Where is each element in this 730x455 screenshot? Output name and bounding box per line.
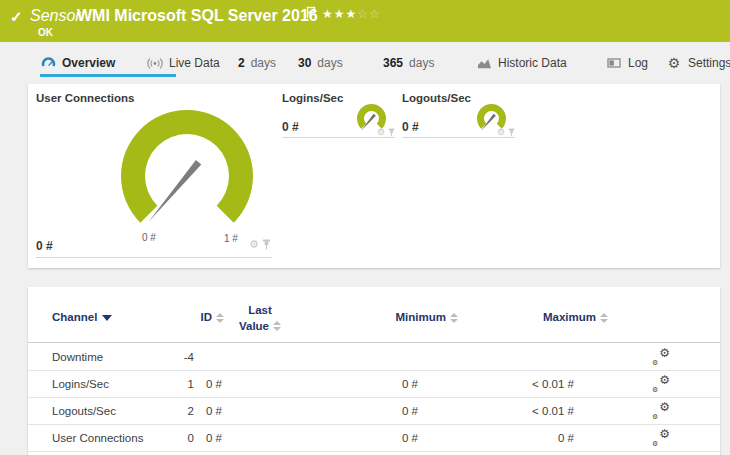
prtg-sensor-page: ✓ Sensor WMI Microsoft SQL Server 2016 ★… <box>0 0 730 455</box>
settings-gear-icon: ⚙ <box>666 55 682 71</box>
tab-live-data-label: Live Data <box>169 56 220 70</box>
tab-settings[interactable]: ⚙ Settings <box>666 42 730 84</box>
cell-divider <box>402 137 515 138</box>
channel-id: -4 <box>170 351 194 363</box>
table-row-downtime[interactable]: Downtime -4 ⚙⚙ <box>28 344 720 371</box>
stars-empty: ☆☆ <box>357 7 381 21</box>
object-kind-label: Sensor <box>30 7 81 25</box>
channel-minimum: 0 # <box>222 405 418 417</box>
tab-30-days-label: days <box>317 56 342 70</box>
table-row-logouts[interactable]: Logouts/Sec 2 0 # 0 # < 0.01 # ⚙⚙ <box>28 398 720 425</box>
table-header-row: Channel ID LastValue Minimum Maximum <box>28 287 720 343</box>
channel-name: User Connections <box>28 432 170 444</box>
tab-settings-label: Settings <box>688 56 730 70</box>
tab-2-days[interactable]: 2 days <box>238 42 276 84</box>
channel-name: Logins/Sec <box>28 378 170 390</box>
tab-live-data[interactable]: Live Data <box>147 42 220 84</box>
gauge-icon <box>40 55 56 71</box>
tab-overview-label: Overview <box>62 56 115 70</box>
column-header-channel[interactable]: Channel <box>52 311 112 323</box>
tab-2-days-number: 2 <box>238 56 245 70</box>
table-row-logins[interactable]: Logins/Sec 1 0 # 0 # < 0.01 # ⚙⚙ <box>28 371 720 398</box>
channel-id: 2 <box>170 405 194 417</box>
stars-filled: ★★★ <box>322 7 357 21</box>
channel-settings-gears-icon[interactable]: ⚙⚙ <box>652 403 670 419</box>
gauge-cell-actions[interactable]: ⚙ <box>497 128 515 137</box>
channel-settings-gears-icon[interactable]: ⚙⚙ <box>652 376 670 392</box>
live-data-icon <box>147 55 163 71</box>
gauges-panel: User Connections 0 # 1 # 0 # ⚙ Logins/Se… <box>28 84 720 268</box>
log-icon <box>606 55 622 71</box>
column-header-minimum[interactable]: Minimum <box>358 311 458 323</box>
tab-bar: Overview Live Data 2 days 30 days 365 da… <box>0 42 730 84</box>
column-header-id[interactable]: ID <box>178 311 224 323</box>
channel-last-value: 0 # <box>194 405 222 417</box>
status-ok-check-icon: ✓ <box>10 8 23 26</box>
gauge-max-label: 1 # <box>224 233 238 244</box>
tab-365-days-label: days <box>409 56 434 70</box>
tab-overview[interactable]: Overview <box>40 42 115 84</box>
gauge-title: Logouts/Sec <box>402 92 471 104</box>
column-header-last-value[interactable]: LastValue <box>228 303 292 334</box>
gauge-cell-actions[interactable]: ⚙ <box>377 128 395 137</box>
gauge-cell-actions[interactable]: ⚙ <box>249 239 271 250</box>
gauge-min-label: 0 # <box>142 232 156 243</box>
channels-table-panel: Channel ID LastValue Minimum Maximum Dow… <box>28 287 720 455</box>
channel-settings-gears-icon[interactable]: ⚙⚙ <box>652 349 670 365</box>
tab-historic-data-label: Historic Data <box>498 56 567 70</box>
cell-divider <box>36 257 272 258</box>
gauge-title: Logins/Sec <box>282 92 343 104</box>
gauge-title: User Connections <box>36 92 134 104</box>
area-chart-icon <box>476 55 492 71</box>
tab-log[interactable]: Log <box>606 42 648 84</box>
flag-icon[interactable] <box>306 5 317 23</box>
channel-minimum: 0 # <box>222 432 418 444</box>
channel-id: 1 <box>170 378 194 390</box>
gear-icon[interactable]: ⚙ <box>249 239 259 250</box>
sort-icon <box>600 313 608 323</box>
priority-stars[interactable]: ★★★☆☆ <box>322 7 381 21</box>
sort-icon <box>450 313 458 323</box>
channel-last-value: 0 # <box>194 432 222 444</box>
tab-log-label: Log <box>628 56 648 70</box>
sensor-status-header: ✓ Sensor WMI Microsoft SQL Server 2016 ★… <box>0 0 730 42</box>
tab-365-days-number: 365 <box>383 56 403 70</box>
sensor-state-badge: OK <box>38 27 53 38</box>
gauge-current-value: 0 # <box>36 239 53 253</box>
channel-settings-gears-icon[interactable]: ⚙⚙ <box>652 430 670 446</box>
channel-maximum: < 0.01 # <box>418 405 574 417</box>
table-row-user-connections[interactable]: User Connections 0 0 # 0 # 0 # ⚙⚙ <box>28 425 720 452</box>
pin-icon[interactable] <box>508 128 515 137</box>
channel-minimum: 0 # <box>222 378 418 390</box>
pin-icon[interactable] <box>388 128 395 137</box>
sensor-title: WMI Microsoft SQL Server 2016 <box>77 7 318 25</box>
tab-2-days-label: days <box>251 56 276 70</box>
pin-icon[interactable] <box>262 239 271 250</box>
gear-icon[interactable]: ⚙ <box>377 128 385 137</box>
user-connections-gauge <box>116 105 258 247</box>
tab-historic-data[interactable]: Historic Data <box>476 42 567 84</box>
gauge-current-value: 0 # <box>402 120 419 134</box>
channel-name: Downtime <box>28 351 170 363</box>
sort-icon <box>273 321 281 331</box>
gear-icon[interactable]: ⚙ <box>497 128 505 137</box>
channel-last-value: 0 # <box>194 378 222 390</box>
gauge-needle <box>148 160 201 222</box>
active-tab-underline <box>40 74 176 77</box>
sort-icon <box>216 313 224 323</box>
tab-365-days[interactable]: 365 days <box>383 42 434 84</box>
channel-maximum: < 0.01 # <box>418 378 574 390</box>
column-header-maximum[interactable]: Maximum <box>508 311 608 323</box>
sort-desc-icon <box>102 315 112 321</box>
tab-30-days[interactable]: 30 days <box>298 42 343 84</box>
cell-divider <box>282 137 395 138</box>
channel-name: Logouts/Sec <box>28 405 170 417</box>
channel-id: 0 <box>170 432 194 444</box>
gauge-current-value: 0 # <box>282 120 299 134</box>
tab-30-days-number: 30 <box>298 56 311 70</box>
channel-maximum: 0 # <box>418 432 574 444</box>
